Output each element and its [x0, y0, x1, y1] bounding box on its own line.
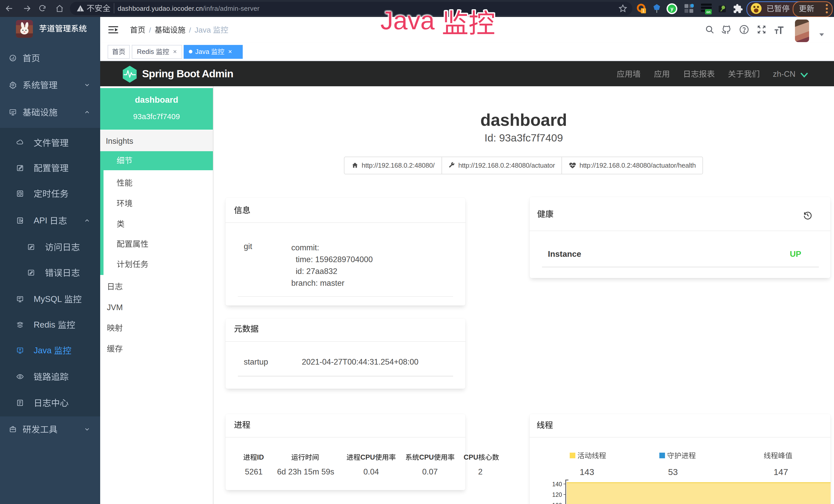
svg-text:1: 1 — [642, 9, 645, 13]
svg-text:on: on — [706, 10, 710, 14]
svg-text:y: y — [671, 6, 674, 12]
